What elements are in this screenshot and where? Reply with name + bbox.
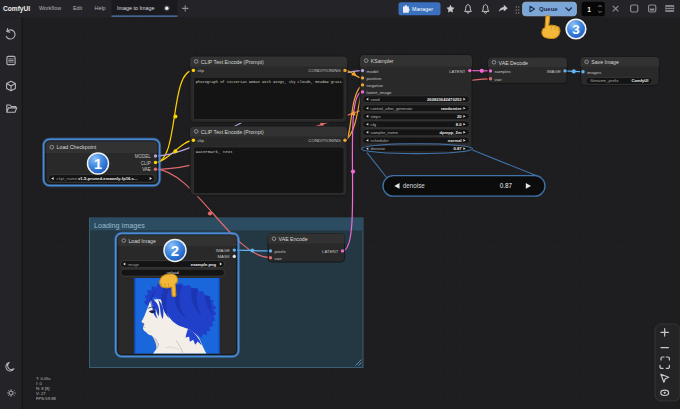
svg-text:Edit: Edit bbox=[73, 5, 83, 11]
svg-text:clip: clip bbox=[197, 138, 204, 143]
svg-text:CONDITIONING: CONDITIONING bbox=[308, 68, 341, 73]
svg-text:VAE Encode: VAE Encode bbox=[279, 236, 308, 242]
svg-text:VAE: VAE bbox=[142, 167, 151, 172]
svg-text:260823642470253: 260823642470253 bbox=[427, 97, 462, 102]
svg-text:Workflow: Workflow bbox=[39, 5, 61, 11]
svg-text:example.png: example.png bbox=[191, 262, 217, 267]
svg-text:control_after_generate: control_after_generate bbox=[371, 106, 413, 111]
svg-text:2: 2 bbox=[171, 242, 179, 259]
svg-text:Loading images: Loading images bbox=[94, 221, 145, 230]
svg-text:negative: negative bbox=[367, 83, 384, 88]
svg-text:MASK: MASK bbox=[217, 254, 229, 259]
svg-text:IMAGE: IMAGE bbox=[547, 69, 561, 74]
svg-text:CLIP: CLIP bbox=[141, 161, 151, 166]
svg-text:scheduler: scheduler bbox=[371, 138, 390, 143]
svg-text:CLIP Text Encode (Prompt): CLIP Text Encode (Prompt) bbox=[201, 59, 264, 65]
svg-text:FPS:59.88: FPS:59.88 bbox=[36, 396, 56, 401]
svg-text:normal: normal bbox=[448, 138, 462, 143]
svg-text:model: model bbox=[367, 69, 379, 74]
svg-text:20: 20 bbox=[457, 114, 462, 119]
svg-text:KSampler: KSampler bbox=[371, 58, 394, 64]
svg-text:dpmpp_2m: dpmpp_2m bbox=[440, 130, 462, 135]
svg-text:Load Image: Load Image bbox=[128, 238, 156, 244]
svg-text:cfg: cfg bbox=[371, 122, 377, 127]
svg-text:VAE Decode: VAE Decode bbox=[499, 60, 528, 66]
svg-text:vae: vae bbox=[495, 77, 503, 82]
svg-text:ComfyUI: ComfyUI bbox=[631, 78, 648, 83]
svg-text:0.87: 0.87 bbox=[500, 182, 513, 189]
svg-text:latent_image: latent_image bbox=[367, 90, 392, 95]
svg-text:sampler_name: sampler_name bbox=[371, 130, 399, 135]
svg-text:ComfyUI: ComfyUI bbox=[3, 5, 30, 13]
svg-text:positive: positive bbox=[367, 76, 382, 81]
svg-text:seed: seed bbox=[371, 97, 381, 102]
svg-text:vae: vae bbox=[275, 256, 283, 261]
svg-text:Help: Help bbox=[95, 5, 106, 11]
svg-text:0.87: 0.87 bbox=[454, 146, 463, 151]
svg-text:clip: clip bbox=[197, 68, 204, 73]
svg-text:Manager: Manager bbox=[412, 6, 433, 12]
svg-text:Save Image: Save Image bbox=[591, 59, 619, 65]
svg-text:Load Checkpoint: Load Checkpoint bbox=[57, 144, 97, 150]
svg-text:3: 3 bbox=[572, 22, 580, 37]
svg-text:CLIP Text Encode (Prompt): CLIP Text Encode (Prompt) bbox=[201, 129, 264, 135]
svg-text:image: image bbox=[128, 262, 140, 267]
svg-text:steps: steps bbox=[371, 114, 381, 119]
svg-text:Image to Image: Image to Image bbox=[117, 5, 154, 11]
svg-text:ckpt_name: ckpt_name bbox=[57, 176, 78, 181]
svg-text:IMAGE: IMAGE bbox=[216, 248, 230, 253]
svg-text:8.0: 8.0 bbox=[456, 122, 462, 127]
svg-text:1: 1 bbox=[94, 156, 102, 172]
svg-text:Queue: Queue bbox=[539, 6, 558, 12]
svg-text:1: 1 bbox=[587, 6, 591, 13]
svg-text:samples: samples bbox=[495, 69, 512, 74]
svg-text:LATENT: LATENT bbox=[322, 249, 339, 254]
svg-text:MODEL: MODEL bbox=[135, 154, 152, 159]
svg-text:pixels: pixels bbox=[275, 249, 287, 254]
svg-text:CONDITIONING: CONDITIONING bbox=[308, 138, 341, 143]
svg-text:denoise: denoise bbox=[371, 146, 386, 151]
svg-text:filename_prefix: filename_prefix bbox=[591, 78, 620, 83]
svg-text:watermark, text: watermark, text bbox=[196, 150, 233, 154]
svg-text:randomize: randomize bbox=[441, 106, 462, 111]
svg-text:v1-5-pruned-emaonly-fp16.s...: v1-5-pruned-emaonly-fp16.s... bbox=[78, 176, 137, 181]
svg-text:LATENT: LATENT bbox=[449, 69, 466, 74]
svg-text:photograph of victorian woman: photograph of victorian woman with wings… bbox=[196, 80, 342, 84]
svg-text:images: images bbox=[587, 70, 602, 75]
svg-text:denoise: denoise bbox=[403, 182, 426, 189]
